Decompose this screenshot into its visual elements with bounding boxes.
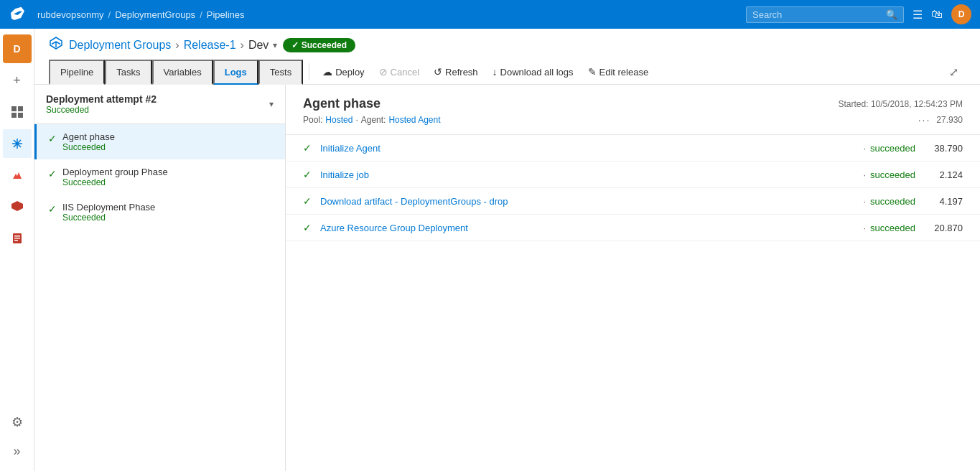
task-name-3[interactable]: Azure Resource Group Deployment	[320, 223, 859, 233]
refresh-icon: ↺	[434, 66, 442, 78]
phase-iis-deployment[interactable]: ✓ IIS Deployment Phase Succeeded	[34, 195, 285, 230]
deployment-groups-link[interactable]: Deployment Groups	[69, 39, 171, 52]
page-header: Deployment Groups › Release-1 › Dev ▾ ✓ …	[34, 29, 980, 85]
sidebar-artifacts-icon[interactable]	[3, 192, 32, 221]
task-list: ✓ Initialize Agent · succeeded 38.790 ✓ …	[286, 135, 980, 241]
phase-name-iis: IIS Deployment Phase	[62, 202, 155, 213]
list-icon[interactable]: ☰	[913, 8, 923, 22]
sidebar-pipelines-icon[interactable]	[3, 129, 32, 158]
table-row: ✓ Azure Resource Group Deployment · succ…	[286, 215, 980, 241]
tab-tests[interactable]: Tests	[258, 60, 303, 85]
right-panel-started: Started: 10/5/2018, 12:54:23 PM	[839, 99, 963, 109]
azure-devops-logo	[9, 6, 26, 23]
tab-variables[interactable]: Variables	[152, 60, 213, 85]
sidebar: D + ⚙ »	[0, 29, 34, 471]
agent-label: Agent:	[361, 115, 386, 125]
phase-check-agent: ✓	[48, 133, 57, 144]
breadcrumb-rubdevopsonmy[interactable]: rubdevopsonmy	[37, 9, 104, 20]
sidebar-overview-icon[interactable]	[3, 98, 32, 126]
attempt-info: Deployment attempt #2 Succeeded	[46, 93, 157, 115]
svg-rect-6	[14, 238, 20, 239]
pool-time: ··· 27.930	[918, 114, 963, 126]
status-badge: ✓ Succeeded	[283, 38, 355, 52]
page-title-row: Deployment Groups › Release-1 › Dev ▾ ✓ …	[49, 36, 966, 54]
table-row: ✓ Initialize job · succeeded 2.124	[286, 162, 980, 188]
release-link[interactable]: Release-1	[184, 39, 236, 52]
task-name-0[interactable]: Initialize Agent	[320, 143, 859, 154]
sidebar-add-icon[interactable]: +	[3, 66, 32, 95]
task-status-1: succeeded	[870, 169, 915, 180]
task-name-1[interactable]: Initialize job	[320, 169, 859, 180]
phase-check-deploygroup: ✓	[48, 168, 57, 179]
tab-pipeline[interactable]: Pipeline	[49, 60, 105, 85]
tab-logs[interactable]: Logs	[213, 60, 258, 85]
shopping-bag-icon[interactable]: 🛍	[931, 8, 943, 21]
pool-label: Pool:	[303, 115, 322, 125]
task-check-0: ✓	[303, 142, 312, 154]
sidebar-user-avatar[interactable]: D	[3, 34, 32, 63]
cancel-icon: ⊘	[379, 66, 388, 78]
pool-info-left: Pool: Hosted · Agent: Hosted Agent	[303, 115, 441, 125]
right-panel-title-row: Agent phase Started: 10/5/2018, 12:54:23…	[303, 96, 963, 111]
cancel-label: Cancel	[391, 67, 419, 78]
task-status-0: succeeded	[870, 143, 915, 154]
search-box[interactable]: 🔍	[746, 6, 904, 23]
breadcrumb-deploymentgroups[interactable]: DeploymentGroups	[115, 9, 195, 20]
right-panel-title: Agent phase	[303, 96, 381, 111]
right-panel-header: Agent phase Started: 10/5/2018, 12:54:23…	[286, 85, 980, 135]
task-name-2[interactable]: Download artifact - DeploymentGroups - d…	[320, 196, 859, 207]
table-row: ✓ Download artifact - DeploymentGroups -…	[286, 188, 980, 215]
deploy-label: Deploy	[335, 67, 364, 78]
phase-name-agent: Agent phase	[62, 131, 115, 142]
sidebar-expand-icon[interactable]: »	[3, 437, 32, 465]
refresh-button[interactable]: ↺ Refresh	[426, 62, 485, 82]
phase-check-iis: ✓	[48, 203, 57, 215]
right-panel: Agent phase Started: 10/5/2018, 12:54:23…	[286, 85, 980, 471]
user-avatar[interactable]: D	[951, 4, 971, 24]
deploy-button[interactable]: ☁ Deploy	[315, 62, 371, 82]
agent-name[interactable]: Hosted Agent	[388, 115, 440, 125]
download-logs-button[interactable]: ↓ Download all logs	[485, 62, 581, 82]
toolbar-divider	[309, 63, 309, 80]
phase-info-agent: Agent phase Succeeded	[62, 131, 115, 152]
left-panel: Deployment attempt #2 Succeeded ▾ ✓ Agen…	[34, 85, 286, 471]
expand-icon[interactable]: ⤢	[942, 61, 966, 83]
phase-agent[interactable]: ✓ Agent phase Succeeded	[34, 124, 285, 159]
search-input[interactable]	[752, 9, 886, 20]
download-logs-label: Download all logs	[500, 67, 574, 78]
tab-tasks[interactable]: Tasks	[105, 60, 151, 85]
svg-rect-2	[11, 113, 17, 118]
phase-duration: 27.930	[936, 115, 963, 125]
pool-info: Pool: Hosted · Agent: Hosted Agent ··· 2…	[303, 114, 963, 126]
phase-name-deploygroup: Deployment group Phase	[62, 167, 168, 177]
edit-icon: ✎	[588, 66, 597, 78]
attempt-chevron[interactable]: ▾	[269, 99, 274, 109]
task-time-3: 20.870	[927, 223, 963, 233]
sidebar-book-icon[interactable]	[3, 224, 32, 253]
sidebar-settings-icon[interactable]: ⚙	[3, 408, 32, 437]
task-time-1: 2.124	[927, 169, 963, 180]
svg-rect-3	[18, 113, 23, 118]
phase-deployment-group[interactable]: ✓ Deployment group Phase Succeeded	[34, 159, 285, 195]
attempt-title: Deployment attempt #2	[46, 93, 157, 105]
main-layout: D + ⚙ » Deplo	[0, 29, 980, 471]
environment-name: Dev	[248, 39, 269, 52]
top-navigation: rubdevopsonmy / DeploymentGroups / Pipel…	[0, 0, 980, 29]
deployment-groups-icon	[49, 36, 63, 54]
sidebar-test-icon[interactable]	[3, 161, 32, 190]
edit-release-button[interactable]: ✎ Edit release	[581, 62, 656, 82]
task-time-0: 38.790	[927, 143, 963, 154]
environment-dropdown[interactable]: ▾	[273, 40, 277, 50]
breadcrumb-pipelines[interactable]: Pipelines	[207, 9, 245, 20]
phase-info-iis: IIS Deployment Phase Succeeded	[62, 202, 155, 223]
phase-status-deploygroup: Succeeded	[62, 177, 168, 187]
svg-rect-7	[14, 240, 18, 241]
cancel-button[interactable]: ⊘ Cancel	[372, 62, 426, 82]
svg-rect-1	[18, 106, 23, 111]
pool-name[interactable]: Hosted	[325, 115, 353, 125]
more-options-icon[interactable]: ···	[918, 114, 931, 126]
task-status-2: succeeded	[870, 196, 915, 207]
edit-release-label: Edit release	[599, 67, 649, 78]
phase-status-agent: Succeeded	[62, 142, 115, 152]
task-status-3: succeeded	[870, 223, 915, 233]
